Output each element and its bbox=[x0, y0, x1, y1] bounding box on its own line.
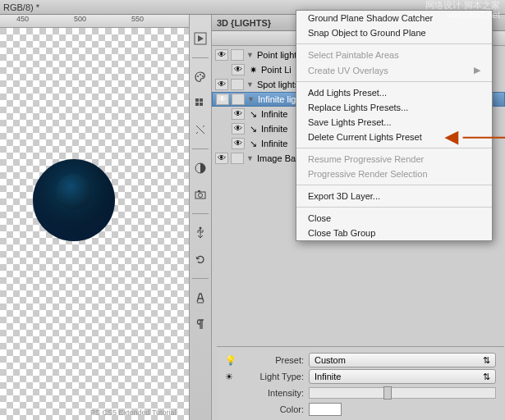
tool-strip bbox=[189, 15, 212, 420]
box-icon[interactable] bbox=[232, 94, 245, 105]
lighttype-icon: ☀ bbox=[225, 372, 241, 382]
infinite-light-icon: ↘ bbox=[247, 109, 259, 120]
svg-point-10 bbox=[199, 194, 203, 198]
doc-info: PS CS5 Extended Tutorial bbox=[90, 409, 177, 417]
visibility-toggle[interactable]: 👁 bbox=[215, 79, 228, 90]
color-label: Color: bbox=[246, 404, 304, 414]
twirl-icon[interactable]: ▼ bbox=[246, 154, 255, 162]
twirl-icon[interactable]: ▼ bbox=[246, 80, 255, 89]
visibility-toggle[interactable]: 👁 bbox=[215, 49, 228, 61]
menu-add-lights-preset[interactable]: Add Lights Preset... bbox=[296, 85, 492, 100]
visibility-toggle[interactable]: 👁 bbox=[232, 108, 245, 120]
box-icon[interactable] bbox=[231, 49, 244, 61]
watermark-line2: www.jb51.net bbox=[425, 10, 500, 20]
svg-point-12 bbox=[200, 227, 202, 230]
annotation-arrow-icon: ◄─── bbox=[440, 124, 505, 150]
canvas[interactable]: PS CS5 Extended Tutorial bbox=[0, 28, 189, 420]
slider-thumb[interactable] bbox=[383, 386, 392, 399]
menu-create-uv: Create UV Overlays▶ bbox=[296, 62, 492, 78]
preset-dropdown[interactable]: Custom⇅ bbox=[309, 353, 496, 368]
box-icon[interactable] bbox=[231, 79, 244, 90]
svg-rect-4 bbox=[195, 98, 199, 102]
menu-replace-lights-presets[interactable]: Replace Lights Presets... bbox=[296, 100, 492, 115]
ruler-tick: 500 bbox=[74, 15, 86, 23]
twirl-icon[interactable]: ▼ bbox=[247, 95, 255, 103]
play-icon[interactable] bbox=[192, 31, 209, 46]
menu-render-selection: Progressive Render Selection bbox=[296, 167, 492, 181]
menu-export-3d-layer[interactable]: Export 3D Layer... bbox=[296, 189, 492, 203]
submenu-arrow-icon: ▶ bbox=[474, 65, 480, 75]
grid-icon[interactable] bbox=[192, 96, 209, 111]
twirl-icon[interactable]: ▼ bbox=[246, 51, 255, 59]
menu-snap-object[interactable]: Snap Object to Ground Plane bbox=[296, 25, 492, 40]
ruler-tick: 550 bbox=[131, 15, 144, 23]
contrast-icon[interactable] bbox=[192, 161, 209, 176]
dropdown-arrow-icon: ⇅ bbox=[483, 355, 490, 366]
svg-point-2 bbox=[200, 74, 201, 75]
measure-icon[interactable] bbox=[192, 122, 209, 137]
visibility-toggle[interactable]: 👁 bbox=[232, 64, 245, 75]
light-properties-panel: 💡 Preset: Custom⇅ ☀ Light Type: Infinite… bbox=[217, 346, 504, 420]
color-swatch[interactable] bbox=[309, 403, 342, 416]
point-light-icon: ✷ bbox=[247, 65, 259, 75]
preset-icon: 💡 bbox=[225, 355, 241, 366]
svg-rect-6 bbox=[195, 103, 199, 106]
visibility-toggle[interactable]: 👁 bbox=[215, 153, 228, 164]
infinite-light-icon: ↘ bbox=[247, 124, 259, 135]
svg-rect-7 bbox=[200, 103, 203, 106]
lighttype-dropdown[interactable]: Infinite⇅ bbox=[309, 369, 496, 384]
3d-object-sphere[interactable] bbox=[33, 159, 115, 241]
svg-rect-11 bbox=[198, 190, 200, 192]
menu-close-tab-group[interactable]: Close Tab Group bbox=[296, 226, 492, 240]
menu-close[interactable]: Close bbox=[296, 211, 492, 226]
document-title: RGB/8) * bbox=[3, 2, 39, 12]
usb-icon[interactable] bbox=[192, 226, 209, 240]
svg-rect-5 bbox=[200, 98, 203, 102]
menu-select-paintable: Select Paintable Areas bbox=[296, 48, 492, 62]
ruler-horizontal: 450 500 550 bbox=[0, 15, 189, 28]
preset-label: Preset: bbox=[246, 355, 304, 365]
visibility-toggle[interactable]: 👁 bbox=[232, 138, 245, 149]
canvas-area[interactable]: 450 500 550 PS CS5 Extended Tutorial bbox=[0, 15, 189, 420]
dropdown-arrow-icon: ⇅ bbox=[483, 372, 490, 382]
lighttype-label: Light Type: bbox=[246, 372, 304, 381]
visibility-toggle[interactable]: 👁 bbox=[216, 94, 229, 105]
infinite-light-icon: ↘ bbox=[247, 139, 259, 149]
intensity-label: Intensity: bbox=[246, 388, 304, 398]
menu-resume-render: Resume Progressive Render bbox=[296, 152, 492, 167]
camera-icon[interactable] bbox=[192, 187, 209, 202]
ruler-tick: 450 bbox=[16, 15, 29, 23]
svg-point-1 bbox=[197, 75, 199, 77]
svg-point-3 bbox=[202, 75, 204, 77]
paragraph-icon[interactable] bbox=[192, 317, 209, 331]
palette-icon[interactable] bbox=[192, 70, 209, 84]
visibility-toggle[interactable]: 👁 bbox=[232, 123, 245, 135]
intensity-slider[interactable] bbox=[309, 387, 496, 399]
text-icon[interactable] bbox=[192, 290, 209, 305]
refresh-icon[interactable] bbox=[192, 252, 209, 267]
box-icon[interactable] bbox=[231, 153, 244, 164]
watermark-line1: 网络设计·脚本之家 bbox=[425, 0, 500, 10]
